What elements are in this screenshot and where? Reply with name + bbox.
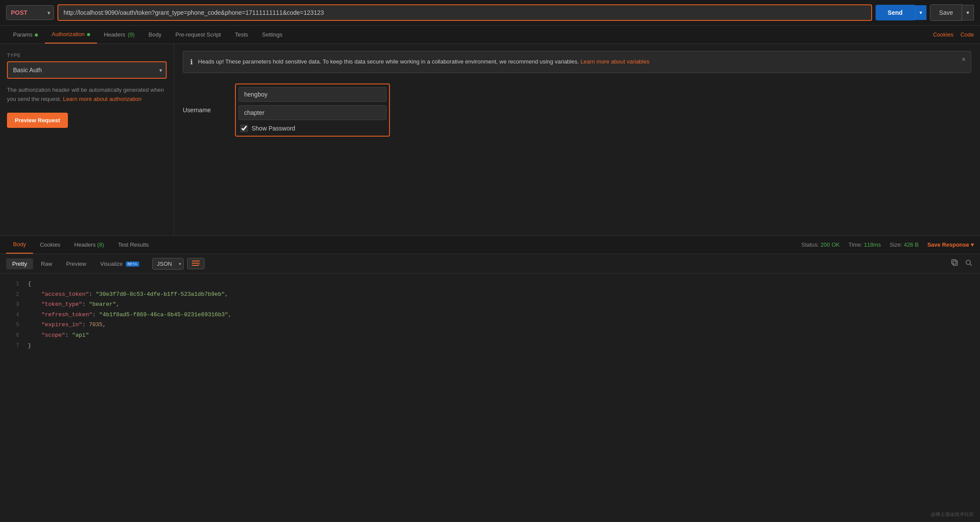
show-password-row: Show Password: [238, 124, 386, 133]
top-bar: POST GET PUT DELETE PATCH Send ▾ Save ▾: [0, 0, 980, 26]
tab-settings[interactable]: Settings: [255, 26, 289, 43]
code-line-3: 3 "token_type": "bearer",: [0, 299, 980, 310]
response-info: Status: 200 OK Time: 118ms Size: 426 B S…: [802, 241, 974, 248]
auth-dot: [87, 33, 90, 36]
learn-more-link[interactable]: Learn more about authorization: [63, 96, 142, 102]
url-input-wrapper: [57, 4, 872, 21]
view-tab-visualize[interactable]: Visualize BETA: [94, 258, 145, 269]
send-dropdown-button[interactable]: ▾: [915, 5, 926, 20]
response-tab-headers[interactable]: Headers (8): [67, 236, 111, 253]
response-viewer-bar: Pretty Raw Preview Visualize BETA JSON X…: [0, 254, 980, 274]
alert-text: Heads up! These parameters hold sensitiv…: [198, 57, 649, 67]
format-select-wrapper[interactable]: JSON XML HTML Text: [152, 258, 184, 270]
code-line-5: 5 "expires_in": 7035,: [0, 320, 980, 330]
alert-banner: ℹ Heads up! These parameters hold sensit…: [183, 51, 971, 73]
credentials-field-wrapper: Show Password: [235, 84, 390, 137]
bottom-section: Body Cookies Headers (8) Test Results St…: [0, 235, 980, 522]
params-dot: [35, 33, 38, 37]
auth-type-select[interactable]: No Auth API Key Bearer Token Basic Auth …: [7, 61, 167, 79]
tabs-right: Cookies Code: [933, 31, 974, 38]
svg-rect-0: [192, 261, 200, 261]
tab-tests[interactable]: Tests: [228, 26, 255, 43]
code-area: 1 { 2 "access_token": "30e3f7d0-8c53-4df…: [0, 274, 980, 522]
response-tab-test-results[interactable]: Test Results: [111, 236, 156, 253]
view-tab-preview[interactable]: Preview: [60, 258, 92, 269]
password-input[interactable]: [238, 105, 386, 120]
alert-close-button[interactable]: ×: [962, 56, 966, 64]
type-label: TYPE: [7, 53, 167, 58]
viewer-icons: [950, 258, 974, 270]
code-line-1: 1 {: [0, 279, 980, 289]
svg-rect-2: [192, 265, 199, 266]
code-line-7: 7 }: [0, 341, 980, 351]
username-row: Username Show Password: [183, 84, 971, 137]
request-tabs-bar: Params Authorization Headers (9) Body Pr…: [0, 26, 980, 44]
auth-description: The authorization header will be automat…: [7, 86, 167, 104]
username-label: Username: [183, 107, 226, 114]
auth-form: Username Show Password: [183, 84, 971, 137]
show-password-checkbox[interactable]: [240, 124, 248, 132]
response-tab-body[interactable]: Body: [6, 236, 33, 254]
show-password-label[interactable]: Show Password: [252, 125, 295, 132]
wrap-button[interactable]: [187, 258, 205, 269]
view-tab-pretty[interactable]: Pretty: [6, 258, 33, 269]
send-button[interactable]: Send: [876, 5, 915, 20]
save-response-button[interactable]: Save Response ▾: [927, 241, 974, 248]
tab-params[interactable]: Params: [6, 26, 45, 43]
svg-line-7: [970, 264, 972, 266]
tab-body[interactable]: Body: [141, 26, 168, 43]
url-input[interactable]: [57, 4, 872, 21]
code-line-2: 2 "access_token": "30e3f7d0-8c53-4dfe-b1…: [0, 289, 980, 300]
left-panel: TYPE No Auth API Key Bearer Token Basic …: [0, 44, 174, 235]
auth-type-select-wrapper[interactable]: No Auth API Key Bearer Token Basic Auth …: [7, 61, 167, 79]
save-btn-wrapper: Save ▾: [930, 4, 974, 21]
response-tab-cookies[interactable]: Cookies: [33, 236, 67, 253]
code-line-4: 4 "refresh_token": "4b1f0ad5-f869-46ca-8…: [0, 310, 980, 320]
save-button[interactable]: Save: [930, 4, 962, 21]
send-btn-wrapper: Send ▾: [876, 5, 926, 20]
main-content: TYPE No Auth API Key Bearer Token Basic …: [0, 44, 980, 235]
search-button[interactable]: [963, 258, 974, 270]
format-select[interactable]: JSON XML HTML Text: [152, 258, 184, 270]
watermark: @稀土掘金技术社区: [931, 511, 974, 518]
svg-marker-3: [198, 262, 200, 265]
tab-headers[interactable]: Headers (9): [97, 26, 142, 43]
save-dropdown-button[interactable]: ▾: [962, 5, 974, 20]
tab-authorization[interactable]: Authorization: [45, 26, 97, 44]
tab-prerequest[interactable]: Pre-request Script: [168, 26, 228, 43]
learn-more-variables-link[interactable]: Learn more about variables: [581, 58, 649, 65]
svg-rect-5: [952, 260, 956, 264]
code-link[interactable]: Code: [960, 31, 974, 38]
beta-badge: BETA: [126, 261, 139, 267]
svg-point-6: [966, 260, 970, 264]
cookies-link[interactable]: Cookies: [933, 31, 953, 38]
right-panel: ℹ Heads up! These parameters hold sensit…: [174, 44, 980, 235]
method-select-wrapper[interactable]: POST GET PUT DELETE PATCH: [6, 5, 54, 20]
bottom-tabs-bar: Body Cookies Headers (8) Test Results St…: [0, 236, 980, 254]
svg-rect-1: [192, 263, 198, 264]
method-select[interactable]: POST GET PUT DELETE PATCH: [6, 5, 54, 20]
preview-request-button[interactable]: Preview Request: [7, 113, 68, 128]
code-line-6: 6 "scope": "api": [0, 330, 980, 341]
alert-icon: ℹ: [190, 58, 193, 66]
view-tab-raw[interactable]: Raw: [35, 258, 58, 269]
username-input[interactable]: [238, 87, 386, 102]
copy-button[interactable]: [950, 258, 960, 270]
svg-rect-4: [953, 261, 957, 265]
